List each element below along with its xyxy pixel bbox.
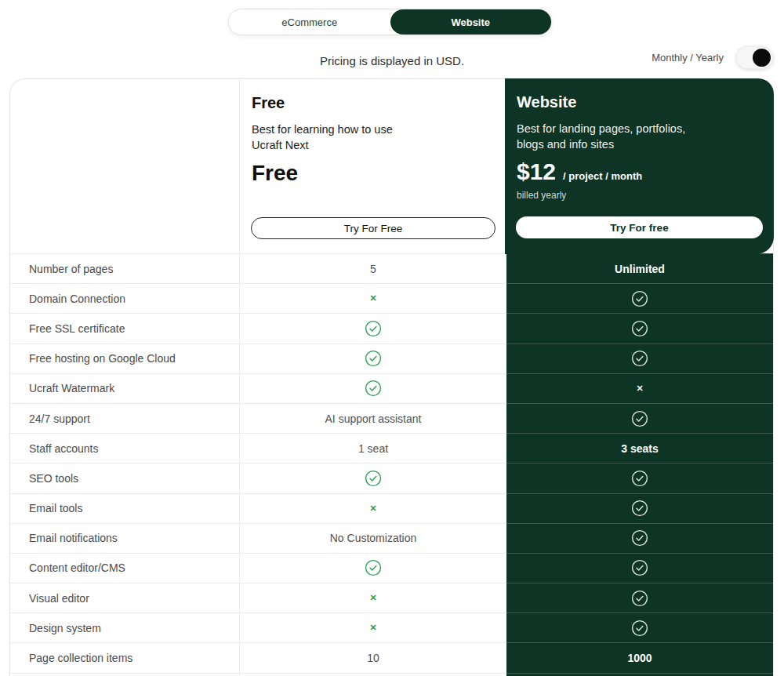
pricing-table: Free Best for learning how to use Ucraft… (9, 78, 774, 676)
website-value (506, 612, 773, 642)
free-plan-price: Free (252, 162, 298, 184)
free-plan-name: Free (252, 95, 285, 111)
cross-icon: ✕ (636, 384, 643, 393)
table-row: Free hosting on Google Cloud (10, 343, 773, 373)
table-row: Ucraft Watermark✕ (10, 373, 773, 403)
cross-icon: ✕ (369, 504, 376, 513)
table-row: SEO tools (10, 463, 773, 492)
feature-label: 24/7 support (10, 403, 240, 433)
website-plan-header: Website Best for landing pages, portfoli… (505, 78, 774, 254)
feature-label: Visual editor (10, 583, 240, 612)
table-row: 24/7 supportAI support assistant (10, 403, 773, 433)
website-value (506, 313, 773, 343)
website-value (506, 343, 773, 373)
billing-switch-knob (753, 49, 771, 67)
website-value (506, 493, 773, 523)
free-value (240, 553, 506, 583)
free-value: AI support assistant (240, 403, 506, 433)
feature-label: Design system (10, 612, 240, 642)
feature-label: Free SSL certificate (10, 313, 240, 343)
cell-value: 3 seats (621, 442, 658, 455)
website-plan-price-line: $12 / project / month (517, 160, 642, 184)
website-value: 3 seats (506, 433, 773, 463)
check-icon (631, 590, 648, 607)
check-icon (631, 559, 648, 576)
table-row: Visual editor✕ (10, 583, 773, 612)
check-icon (365, 380, 382, 397)
table-row: Page collection items101000 (10, 642, 773, 672)
feature-label: SEO tools (10, 463, 240, 492)
website-plan-cta-button[interactable]: Try For free (516, 216, 763, 238)
check-icon (365, 470, 382, 487)
table-row: Free SSL certificate (10, 313, 773, 343)
free-value: No Customization (240, 523, 506, 553)
pricing-page: eCommerce Website Pricing is displayed i… (0, 0, 784, 676)
feature-label (10, 673, 240, 676)
website-value (506, 553, 773, 583)
feature-rows: Number of pages5UnlimitedDomain Connecti… (10, 253, 773, 676)
cell-value: No Customization (330, 532, 417, 544)
website-plan-price: $12 (517, 160, 556, 184)
cross-icon: ✕ (369, 294, 376, 303)
cell-value: 5 (370, 263, 376, 275)
website-value: ✕ (506, 373, 773, 403)
check-icon (631, 500, 648, 517)
website-plan-name: Website (517, 94, 576, 110)
free-plan-description: Best for learning how to use Ucraft Next (252, 122, 415, 153)
check-icon (631, 350, 648, 367)
website-plan-price-suffix: / project / month (563, 170, 642, 182)
feature-label: Page collection items (10, 642, 240, 672)
billing-toggle-group: Monthly / Yearly (652, 45, 773, 69)
website-value (506, 403, 773, 433)
feature-label: Free hosting on Google Cloud (10, 343, 240, 373)
feature-label: Email notifications (10, 523, 240, 553)
website-value (506, 283, 773, 313)
check-icon (631, 529, 648, 547)
website-plan-billing-note: billed yearly (517, 190, 566, 201)
table-row: Email notificationsNo Customization (10, 523, 773, 553)
table-row: Content editor/CMS (10, 553, 773, 583)
free-plan-cta-button[interactable]: Try For Free (251, 217, 495, 239)
free-value (240, 343, 506, 373)
feature-label: Number of pages (10, 253, 240, 283)
tab-ecommerce[interactable]: eCommerce (229, 9, 390, 35)
plan-type-toggle: eCommerce Website (228, 9, 552, 35)
billing-switch[interactable] (736, 46, 773, 69)
check-icon (631, 470, 648, 487)
feature-label: Domain Connection (10, 283, 240, 313)
free-value (240, 673, 506, 676)
check-icon (365, 320, 382, 337)
check-icon (365, 559, 382, 576)
website-value (506, 673, 773, 676)
tab-website-label: Website (451, 16, 490, 28)
table-row: Number of pages5Unlimited (10, 253, 773, 283)
free-value: 1 seat (240, 433, 506, 463)
table-row: Domain Connection✕ (10, 283, 773, 313)
free-value (240, 373, 506, 403)
free-value: ✕ (240, 612, 506, 642)
tab-website[interactable]: Website (390, 9, 552, 35)
cell-value: Unlimited (615, 263, 665, 275)
free-plan-header: Free Best for learning how to use Ucraft… (240, 79, 506, 253)
feature-label: Email tools (10, 493, 240, 523)
feature-label: Ucraft Watermark (10, 373, 240, 403)
cell-value: 1000 (627, 652, 652, 664)
cross-icon: ✕ (369, 623, 376, 632)
cross-icon: ✕ (369, 594, 376, 602)
check-icon (365, 350, 382, 367)
free-value: 5 (240, 253, 506, 283)
free-value (240, 463, 506, 492)
check-icon (631, 410, 648, 427)
check-icon (631, 320, 648, 337)
cell-value: AI support assistant (325, 413, 422, 425)
table-row (10, 673, 773, 676)
billing-toggle-label: Monthly / Yearly (652, 52, 724, 64)
website-value (506, 463, 773, 492)
cell-value: 10 (367, 652, 379, 664)
feature-label: Staff accounts (10, 433, 240, 463)
feature-label: Content editor/CMS (10, 553, 240, 583)
check-icon (631, 620, 648, 637)
free-value: ✕ (240, 283, 506, 313)
free-value: ✕ (240, 583, 506, 612)
table-row: Email tools✕ (10, 493, 773, 523)
